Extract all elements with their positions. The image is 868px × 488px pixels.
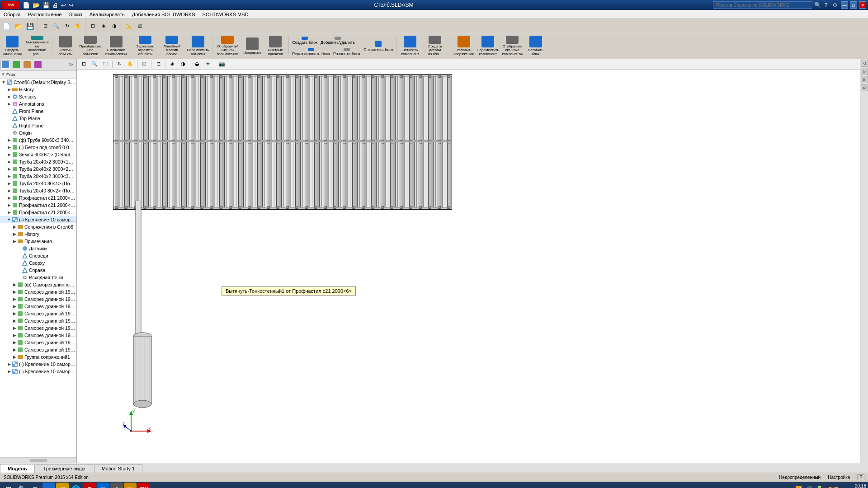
zoom-area-btn[interactable]: ⬚ [100, 60, 110, 69]
toolbar-insert-component[interactable]: Вставитькомпонент [399, 34, 421, 58]
explorer-btn[interactable]: 📁 [56, 483, 69, 488]
tree-item-zemlya[interactable]: ▶ Земля 3000<1> (Default<C< [0, 151, 76, 158]
truba4-expand[interactable]: ▶ [6, 174, 12, 179]
help-link[interactable]: ? [857, 474, 864, 480]
tree-item-sopryazh[interactable]: ▶ Сопряжения в Столб6 [0, 223, 76, 230]
truba5-expand[interactable]: ▶ [6, 181, 12, 186]
toolbar-create-from-block[interactable]: Создать деталииз бло... [422, 34, 448, 58]
history2-expand[interactable]: ▶ [12, 231, 17, 237]
menu-addins[interactable]: Добавления SOLIDWORKS [128, 11, 199, 18]
tree-item-primechaniya[interactable]: ▶ Примечания [0, 238, 76, 245]
appearance-btn[interactable]: ◒ [192, 60, 202, 69]
root-expand[interactable]: ▼ [1, 80, 6, 85]
toolbar-display-mode[interactable]: ◈ [99, 21, 108, 32]
tree-item-origin[interactable]: ▶ Origin [0, 129, 76, 136]
menu-layout[interactable]: Расположение [24, 11, 66, 18]
tree-root-item[interactable]: ▼ Столб6 (Default<Display State-1: [0, 79, 76, 86]
tree-item-samorez2[interactable]: ▶ Саморез длинной 19мм [0, 288, 76, 296]
tree-item-samorez8[interactable]: ▶ Саморез длинной 19мм [0, 332, 76, 339]
tree-item-sensors[interactable]: ▶ Sensors [0, 93, 76, 100]
display-style-btn[interactable]: ◈ [167, 60, 177, 69]
tree-item-spsverhu[interactable]: ▶ Сверху [0, 259, 76, 267]
toolbar-section-view[interactable]: ⊟ [88, 21, 98, 32]
tree-item-truba2[interactable]: ▶ Труба 20х40х2 3000<1> (По [0, 158, 76, 165]
toolbar-edit-block[interactable]: Редактировать блок [291, 47, 331, 57]
tree-item-samorez4[interactable]: ▶ Саморез длинной 19мм [0, 303, 76, 310]
truba1-expand[interactable]: ▶ [6, 137, 12, 143]
prof3-expand[interactable]: ▶ [6, 210, 12, 215]
sopryazh-expand[interactable]: ▶ [12, 224, 17, 230]
restore-button[interactable]: □ [850, 1, 857, 9]
panel-tab-property[interactable] [11, 60, 21, 69]
tree-item-truba4[interactable]: ▶ Труба 20х40х2 3000<3> (По [0, 173, 76, 180]
undo-icon[interactable]: ↩ [60, 2, 67, 9]
right-panel-btn2[interactable]: ▷ [861, 68, 868, 75]
right-panel-btn1[interactable]: ◁ [861, 60, 868, 67]
toolbar-save-block[interactable]: Сохранить блок [362, 35, 395, 57]
tree-item-datchiki[interactable]: ▶ Датчики [0, 245, 76, 252]
tree-item-prof2[interactable]: ▶ Профнастил с21 2000<5> (< [0, 202, 76, 209]
toolbar-convert[interactable]: Преобразованиеобъектов [77, 34, 104, 58]
solidworks-taskbar-btn[interactable]: SW [137, 483, 150, 488]
tree-item-samorez7[interactable]: ▶ Саморез длинной 19мм [0, 324, 76, 332]
toolbar-fix[interactable]: Исправить [241, 34, 264, 58]
tree-item-krepl2[interactable]: ▶ (-) Крепление 10 саморезо [0, 361, 76, 368]
redo-icon[interactable]: ↪ [68, 2, 75, 9]
task-view-btn[interactable]: ⧉ [29, 483, 42, 488]
toolbar-linear-pattern[interactable]: Линейный массивэскиза [159, 34, 185, 58]
settings-icon[interactable]: ⚙ [831, 2, 839, 8]
close-button[interactable]: ✕ [859, 1, 866, 9]
samorez3-expand[interactable]: ▶ [12, 296, 17, 302]
tree-item-history2[interactable]: ▶ History [0, 230, 76, 238]
toolbar-trim[interactable]: Отсечьобъекты [54, 34, 77, 58]
truba3-expand[interactable]: ▶ [6, 166, 12, 172]
toolbar-create-block[interactable]: Создать блок [291, 35, 319, 46]
toolbar-auto-dimension[interactable]: Автоматическоенанесение раз... [24, 34, 50, 58]
beton-expand[interactable]: ▶ [6, 145, 12, 150]
settings-link[interactable]: Настройка [828, 475, 850, 480]
samorez7-expand[interactable]: ▶ [12, 325, 17, 331]
toolbar-scatter-block[interactable]: Разнести блок [332, 47, 362, 57]
toolbar-rotate[interactable]: ↻ [62, 21, 72, 32]
zoom-to-fit-btn[interactable]: ⊡ [79, 60, 89, 69]
prof2-expand[interactable]: ▶ [6, 202, 12, 208]
help-icon[interactable]: ? [823, 2, 829, 8]
toolbar-mirror[interactable]: Зеркально отразитьобъекты [132, 34, 158, 58]
tree-item-krepl3[interactable]: ▶ (-) Крепление 10 саморезо [0, 368, 76, 375]
krepl3-expand[interactable]: ▶ [6, 369, 12, 374]
menu-mbd[interactable]: SOLIDWORKS MBD [199, 11, 252, 18]
tree-item-history[interactable]: ▶ History [0, 86, 76, 93]
toolbar-offset[interactable]: Смещениевзаимосвязи [104, 34, 128, 58]
toolbar-move-component[interactable]: Переместитькомпонент [476, 34, 500, 58]
samorez4-expand[interactable]: ▶ [12, 304, 17, 309]
samorez6-expand[interactable]: ▶ [12, 318, 17, 324]
help-search-input[interactable] [713, 1, 812, 9]
render-btn[interactable]: 📷 [217, 60, 227, 69]
calculator-btn[interactable]: # [110, 483, 123, 488]
annotations-expand[interactable]: ▶ [6, 101, 12, 107]
toolbar-pan[interactable]: ✋ [73, 21, 83, 32]
toolbar-zoom-to-fit[interactable]: ⊡ [40, 21, 50, 32]
pan-view-btn[interactable]: ✋ [125, 60, 135, 69]
panel-tab-dim[interactable] [33, 60, 43, 69]
truba6-expand[interactable]: ▶ [6, 188, 12, 193]
tree-item-samorez9[interactable]: ▶ Саморез длинной 19мм [0, 339, 76, 346]
truba2-expand[interactable]: ▶ [6, 159, 12, 164]
tree-item-truba6[interactable]: ▶ Труба 20х40 80<2> (По умо [0, 187, 76, 194]
panel-expand-btn[interactable]: ≫ [66, 60, 76, 70]
tree-item-spperedi[interactable]: ▶ Спереди [0, 252, 76, 259]
toolbar-zoom[interactable]: 🔍 [51, 21, 61, 32]
samorez5-expand[interactable]: ▶ [12, 311, 17, 316]
tab-3d-views[interactable]: Трёхмерные виды [36, 464, 93, 473]
menu-assembly[interactable]: Сборка [0, 11, 24, 18]
panel-tab-feature-tree[interactable] [0, 60, 10, 69]
toolbar-shading[interactable]: ◑ [109, 21, 119, 32]
krepl1-expand[interactable]: ▼ [6, 217, 12, 222]
sensors-expand[interactable]: ▶ [6, 94, 12, 99]
outlook-btn[interactable]: ✉ [97, 483, 109, 488]
toolbar-mate[interactable]: Условиясопряжения [452, 34, 475, 58]
scene-btn[interactable]: ☀ [203, 60, 213, 69]
tree-item-right-plane[interactable]: ▶ Right Plane [0, 122, 76, 129]
panel-tab-config[interactable] [22, 60, 32, 69]
section-view-btn[interactable]: ⊟ [153, 60, 163, 69]
